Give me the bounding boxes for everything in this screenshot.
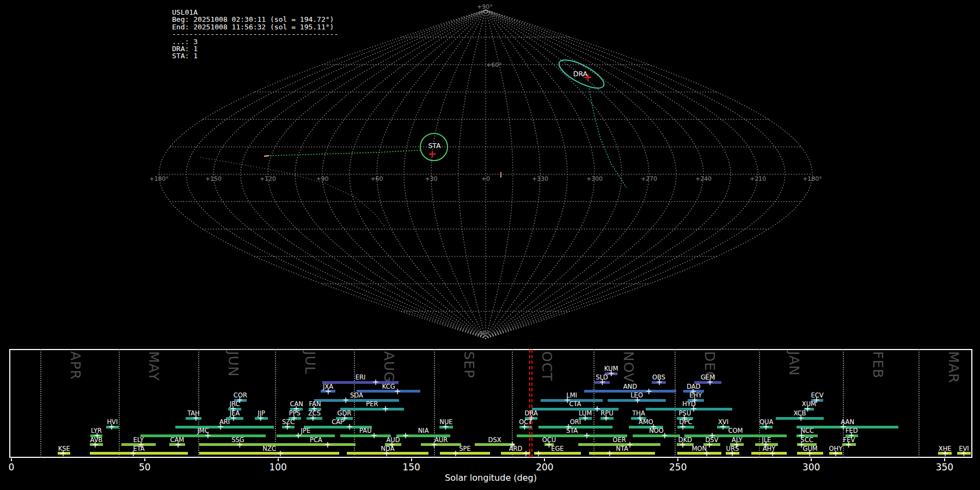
shower-peak-JIP: + [258,414,265,422]
shower-label-COM: COM [728,427,743,434]
shower-peak-LUM: + [582,414,589,422]
shower-peak-AUR: + [431,440,438,449]
shower-peak-HVI: + [108,423,115,431]
month-label-MAY: MAY [146,351,162,381]
shower-peak-ARD: + [523,449,530,457]
axis-tick-label-300: 300 [803,462,820,473]
shower-peak-DPC: + [679,423,687,431]
month-label-APR: APR [68,351,83,380]
shower-peak-SZC: + [284,423,291,431]
axis-tick-100 [278,458,279,461]
shower-peak-JEA: + [230,414,237,422]
month-separator-MAR [918,350,920,457]
shower-label-PCA: PCA [310,436,322,444]
axis-tick-250 [677,458,678,461]
shower-peak-AVB: + [91,440,99,449]
month-label-MAR: MAR [946,351,961,383]
shower-label-NTA: NTA [616,445,628,452]
shower-label-EGE: EGE [551,445,564,452]
shower-peak-EVI: + [960,449,967,457]
shower-bar-SDA [314,399,399,402]
shower-peak-GUM: + [806,449,813,457]
shower-bar-NTA [589,452,655,455]
month-separator-JUN [198,350,199,457]
shower-peak-SDA: + [342,396,350,405]
shower-label-NZC: NZC [262,445,276,452]
shower-peak-KSE: + [60,449,67,457]
shower-label-SPE: SPE [459,445,471,452]
month-separator-JUL [275,350,276,457]
shower-bar-KCG [357,390,420,393]
shower-peak-JMC: + [205,432,212,440]
shower-peak-HYD: + [690,405,697,413]
shower-peak-GEM: + [707,378,714,387]
shower-bar-ETA [90,452,188,455]
activity-timeline: APRMAYJUNJULAUGSEPOCTNOVDECJANFEBMARKUM+… [0,0,980,490]
shower-label-PAU: PAU [359,427,371,434]
shower-peak-CAM: + [175,440,182,449]
shower-label-STA: STA [566,427,578,434]
shower-peak-QUA: + [763,423,770,431]
shower-peak-SSG: + [236,440,243,449]
shower-peak-NDA: + [383,449,390,457]
shower-bar-ARI [175,426,274,428]
shower-peak-XCB: + [798,414,805,422]
shower-peak-MON: + [703,449,710,457]
month-label-AUG: AUG [381,351,397,383]
shower-label-SDA: SDA [350,391,363,399]
month-separator-APR [40,350,41,457]
shower-peak-PCA: + [324,440,331,449]
month-separator-MAY [119,350,120,457]
shower-peak-OHY: + [832,449,840,457]
shower-peak-DSV: + [706,440,713,449]
shower-bar-STA [517,434,627,437]
shower-bar-NOO [633,434,680,437]
axis-tick-0 [11,458,12,461]
shower-peak-NIA: + [402,432,409,440]
event-marker-line-left [529,350,530,457]
axis-tick-label-200: 200 [536,462,553,473]
axis-tick-200 [544,458,545,461]
shower-label-CAP: CAP [332,418,344,426]
shower-peak-SLD: + [599,378,606,387]
axis-tick-label-50: 50 [139,462,151,473]
shower-peak-XHE: + [942,449,949,457]
shower-label-PER: PER [366,400,378,408]
month-label-NOV: NOV [621,351,636,383]
shower-peak-XVI: + [720,423,727,431]
shower-label-KCG: KCG [382,383,395,390]
shower-bar-JMC [140,434,266,437]
shower-label-AND: AND [623,383,637,390]
shower-bar-SPE [440,452,490,455]
shower-peak-EGE: + [535,449,542,457]
shower-peak-CAP: + [346,423,353,431]
shower-peak-DKD: + [679,440,687,449]
shower-peak-LEO: + [634,396,641,405]
shower-peak-NOO: + [661,432,668,440]
shower-peak-NTA: + [607,449,614,457]
shower-peak-PAU: + [371,432,378,440]
shower-peak-STA: + [583,432,590,440]
event-marker-line-right [531,350,532,457]
shower-peak-KUM: + [608,370,615,378]
axis-tick-label-350: 350 [936,462,953,473]
month-label-JUL: JUL [302,351,318,375]
shower-peak-CTA: + [594,405,601,413]
shower-peak-OBS: + [656,378,663,387]
shower-peak-JPE: + [295,432,302,440]
shower-peak-NUE: + [442,423,449,431]
axis-tick-150 [411,458,412,461]
shower-bar-NZC [199,452,339,455]
month-separator-JAN [759,350,760,457]
shower-label-CTA: CTA [569,400,581,408]
shower-label-ERI: ERI [356,373,366,381]
axis-tick-label-150: 150 [402,462,420,473]
x-axis-title: Solar longitude (deg) [445,473,537,483]
axis-tick-label-0: 0 [9,462,15,473]
shower-peak-FEV: + [845,440,852,449]
shower-peak-SPE: + [452,449,460,457]
shower-peak-RPU: + [603,414,610,422]
shower-peak-ERI: + [372,378,379,387]
shower-bar-AUR [421,443,461,446]
shower-peak-AND: + [646,387,653,395]
